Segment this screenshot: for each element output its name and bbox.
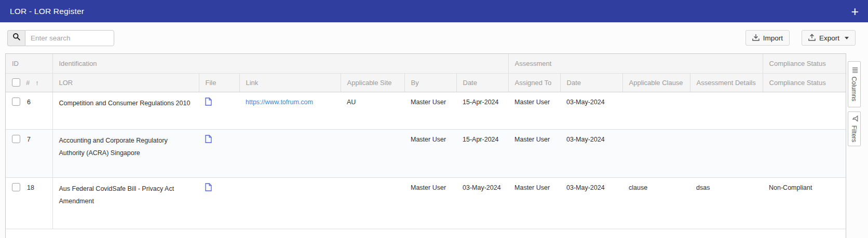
sort-ascending-icon[interactable]: ↑	[35, 79, 39, 87]
table-row[interactable]: 7 Accounting and Corporate Regulatory Au…	[6, 129, 846, 177]
id-cell: 7	[6, 129, 52, 177]
file-attachment-icon[interactable]	[205, 183, 212, 194]
file-attachment-icon[interactable]	[205, 135, 212, 146]
applicable-clause-cell	[622, 129, 690, 177]
import-icon	[752, 34, 760, 43]
import-button-label: Import	[763, 34, 783, 42]
row-number-header[interactable]: #	[26, 79, 30, 87]
column-header-file[interactable]: File	[199, 73, 239, 92]
compliance-status-cell	[763, 92, 846, 129]
assigned-to-cell: Master User	[508, 129, 560, 177]
column-header-assessment-details[interactable]: Assessment Details	[690, 73, 763, 92]
grid-side-panel: Columns Filters	[848, 61, 861, 146]
toolbar: Import Export	[0, 22, 868, 53]
applicable-clause-cell: clause	[622, 177, 690, 229]
row-select-checkbox[interactable]	[12, 97, 20, 106]
group-header-identification: Identification	[52, 54, 508, 73]
id-cell: 6	[6, 92, 52, 129]
column-header-assigned-to[interactable]: Assigned To	[508, 73, 560, 92]
group-header-assessment: Assessment	[508, 54, 763, 73]
add-record-button[interactable]: +	[851, 5, 859, 18]
assigned-to-cell: Master User	[508, 92, 560, 129]
column-header-applicable-site[interactable]: Applicable Site	[341, 73, 404, 92]
link-cell	[239, 129, 341, 177]
group-header-row: ID Identification Assessment Compliance …	[6, 54, 846, 73]
applicable-clause-cell	[622, 92, 690, 129]
filters-tab[interactable]: Filters	[848, 111, 861, 146]
row-id: 7	[27, 135, 31, 144]
group-header-compliance-status: Compliance Status	[763, 54, 846, 73]
columns-icon	[850, 67, 858, 73]
page-title: LOR - LOR Register	[10, 7, 84, 16]
date-cell: 15-Apr-2024	[456, 92, 508, 129]
export-button-label: Export	[819, 34, 839, 42]
applicable-site-cell	[341, 129, 404, 177]
table-row[interactable]: 18 Aus Federal CovidSafe Bill - Privacy …	[6, 177, 846, 229]
date-cell: 03-May-2024	[456, 177, 508, 229]
record-link[interactable]: https://www.tofrum.com	[246, 99, 313, 106]
applicable-site-cell: AU	[341, 92, 404, 129]
select-all-checkbox[interactable]	[12, 78, 20, 87]
by-cell: Master User	[404, 92, 456, 129]
lor-register-grid: ID Identification Assessment Compliance …	[5, 53, 846, 238]
column-header-link[interactable]: Link	[239, 73, 341, 92]
columns-tab-label: Columns	[851, 77, 858, 101]
lor-cell: Aus Federal CovidSafe Bill - Privacy Act…	[52, 177, 199, 229]
column-header-compliance-status[interactable]: Compliance Status	[763, 73, 846, 92]
assessment-details-cell	[690, 129, 763, 177]
date-cell: 15-Apr-2024	[456, 129, 508, 177]
table-row[interactable]: 6 Competition and Consumer Regulations 2…	[6, 92, 846, 129]
lor-cell: Accounting and Corporate Regulatory Auth…	[52, 129, 199, 177]
search-icon	[12, 33, 21, 43]
import-button[interactable]: Import	[745, 30, 790, 46]
column-header-date-2[interactable]: Date	[560, 73, 622, 92]
columns-tab[interactable]: Columns	[848, 61, 861, 107]
column-header-row: # ↑ LOR File Link Applicable Site By Dat…	[6, 73, 846, 92]
compliance-status-cell	[763, 129, 846, 177]
export-icon	[808, 34, 816, 43]
link-cell	[239, 177, 341, 229]
row-select-checkbox[interactable]	[12, 135, 20, 143]
search-button[interactable]	[7, 30, 25, 46]
assessment-details-cell: dsas	[690, 177, 763, 229]
id-cell: 18	[6, 177, 52, 229]
column-header-date[interactable]: Date	[456, 73, 508, 92]
export-dropdown-caret-icon	[845, 37, 849, 39]
row-id: 18	[27, 183, 34, 192]
lor-cell: Competition and Consumer Regulations 201…	[52, 92, 199, 129]
compliance-status-cell: Non-Compliant	[763, 177, 846, 229]
assigned-to-cell: Master User	[508, 177, 560, 229]
export-button[interactable]: Export	[802, 30, 856, 46]
filter-funnel-icon	[850, 116, 858, 122]
filters-tab-label: Filters	[851, 125, 858, 143]
search-input[interactable]	[25, 30, 114, 46]
app-header-bar: LOR - LOR Register +	[0, 0, 868, 22]
select-all-header: # ↑	[6, 73, 52, 92]
row-select-checkbox[interactable]	[12, 183, 20, 191]
file-attachment-icon[interactable]	[205, 97, 212, 108]
assessment-details-cell	[690, 92, 763, 129]
by-cell: Master User	[404, 177, 456, 229]
column-header-lor[interactable]: LOR	[52, 73, 199, 92]
assessment-date-cell: 03-May-2024	[560, 177, 622, 229]
by-cell: Master User	[404, 129, 456, 177]
toolbar-actions: Import Export	[745, 30, 856, 46]
group-header-id: ID	[6, 54, 52, 73]
assessment-date-cell: 03-May-2024	[560, 129, 622, 177]
assessment-date-cell: 03-May-2024	[560, 92, 622, 129]
search-group	[7, 30, 114, 46]
column-header-by[interactable]: By	[404, 73, 456, 92]
applicable-site-cell	[341, 177, 404, 229]
row-id: 6	[27, 97, 31, 107]
column-header-applicable-clause[interactable]: Applicable Clause	[622, 73, 690, 92]
